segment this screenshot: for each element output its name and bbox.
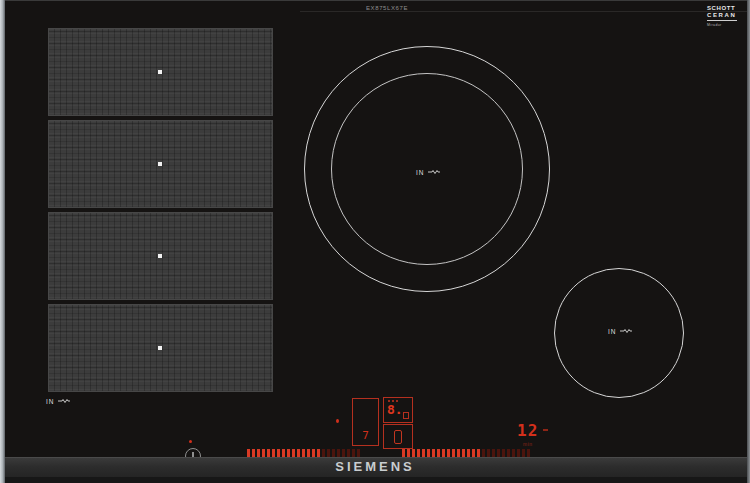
power-level-digit: 8.	[387, 402, 403, 417]
front-bezel-shadow	[5, 477, 747, 483]
glass-reflection	[300, 11, 747, 12]
siemens-logo: SIEMENS	[0, 459, 750, 474]
power-level-display[interactable]: 8.	[383, 397, 413, 423]
power-slider-left[interactable]	[247, 449, 360, 457]
timer-value: 12	[517, 421, 538, 440]
schott-ceran-rule	[707, 20, 737, 21]
zone-center-dot	[158, 70, 162, 74]
selector-digit: 7	[353, 429, 378, 442]
flex-zone-segment-2	[48, 120, 273, 208]
in-text: IN	[416, 169, 425, 176]
timer-dash-icon	[543, 429, 548, 431]
induction-coil-icon	[428, 169, 440, 176]
in-text: IN	[608, 328, 617, 335]
flex-zone-marking: IN	[46, 398, 70, 405]
schott-ceran-logo: SCHOTT CERAN Miradur	[707, 5, 743, 27]
zone-center-dot	[158, 162, 162, 166]
schott-ceran-line1: SCHOTT	[707, 5, 743, 12]
zone-select-indicator-dot	[336, 419, 339, 423]
model-number: EX875LX67E	[366, 5, 408, 11]
power-indicator-dot	[189, 440, 192, 443]
induction-coil-icon	[58, 398, 70, 405]
zone-center-dot	[158, 346, 162, 350]
power-level-sub-glyph	[403, 412, 409, 419]
in-text: IN	[46, 398, 55, 405]
left-metal-trim	[0, 0, 5, 483]
small-zone-marking: IN	[608, 328, 632, 335]
boost-zero-glyph	[394, 430, 402, 444]
induction-cooktop: EX875LX67E SCHOTT CERAN Miradur IN IN IN…	[0, 0, 750, 483]
schott-ceran-subline: Miradur	[707, 23, 743, 27]
zone-center-dot	[158, 254, 162, 258]
glass-top-edge	[5, 0, 747, 1]
schott-ceran-line2: CERAN	[707, 12, 743, 19]
zone-selector-display[interactable]: 7	[352, 398, 379, 446]
timer-unit: min	[523, 441, 533, 447]
flex-zone-segment-3	[48, 212, 273, 300]
flex-zone-segment-4	[48, 304, 273, 392]
induction-coil-icon	[620, 328, 632, 335]
large-zone-marking: IN	[416, 169, 440, 176]
boost-key[interactable]	[383, 424, 413, 449]
flex-zone-segment-1	[48, 28, 273, 116]
power-slider-right[interactable]	[402, 449, 530, 457]
timer-display[interactable]: 12 min	[515, 421, 561, 449]
